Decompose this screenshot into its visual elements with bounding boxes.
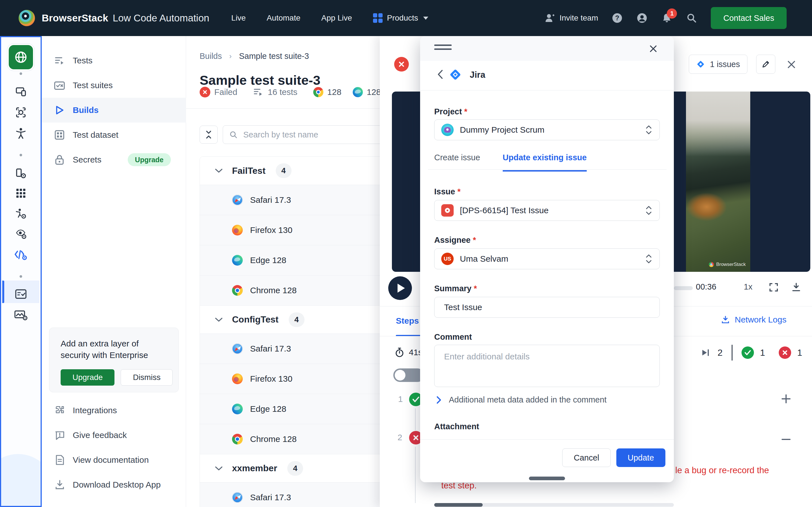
group-header-configtest[interactable]: ConfigTest 4 (200, 305, 397, 334)
assignee-avatar: US (441, 252, 454, 265)
close-icon (786, 59, 797, 70)
test-row-label: Safari 17.3 (250, 493, 291, 502)
rail-item-live[interactable] (15, 86, 27, 98)
tab-steps[interactable]: Steps (396, 316, 419, 326)
low-code-automation-app-icon[interactable] (9, 45, 33, 69)
zoom-in-button[interactable] (780, 393, 792, 404)
group-count-badge: 4 (289, 313, 305, 327)
collapse-all-button[interactable] (200, 126, 218, 144)
test-failed-close-button[interactable] (394, 57, 409, 71)
network-logs-link[interactable]: Network Logs (721, 315, 786, 325)
failed-count: 1 (797, 348, 802, 358)
test-row[interactable]: Firefox 130 (200, 363, 397, 394)
scan-bug-icon (15, 107, 27, 118)
assignee-select[interactable]: US Uma Selvam (434, 248, 660, 269)
sidebar-item-tests[interactable]: Tests (42, 48, 186, 73)
modal-back-button[interactable] (437, 69, 444, 80)
test-row[interactable]: Chrome 128 (200, 275, 397, 305)
nav-link-live[interactable]: Live (231, 13, 246, 22)
sidebar-link-view-documentation[interactable]: View documentation (42, 448, 186, 472)
project-select[interactable]: Dummy Project Scrum (434, 119, 660, 140)
play-button[interactable] (388, 276, 412, 300)
rail-item-test-management[interactable] (15, 288, 27, 300)
rail-item-visual-settings[interactable] (15, 228, 27, 240)
sidebar-link-integrations[interactable]: Integrations (42, 398, 186, 423)
browserstack-logo-icon[interactable] (18, 10, 35, 26)
plus-icon (780, 393, 792, 404)
jira-issue-type-icon (441, 204, 454, 217)
test-row[interactable]: Edge 128 (200, 394, 397, 424)
attachment-label: Attachment (434, 422, 479, 431)
tab-create-issue[interactable]: Create issue (434, 153, 480, 172)
modal-header-strip (420, 36, 674, 61)
zoom-out-button[interactable] (780, 434, 792, 445)
notifications-button[interactable]: 1 (661, 12, 672, 24)
breadcrumb-builds[interactable]: Builds (200, 52, 222, 61)
group-header-xxmember[interactable]: xxmember 4 (200, 454, 397, 482)
promo-dismiss-button[interactable]: Dismiss (121, 369, 172, 386)
issue-label: Issue* (434, 187, 460, 196)
issues-button[interactable]: 1 issues (689, 55, 748, 74)
edit-button[interactable] (756, 55, 775, 74)
brand-name[interactable]: BrowserStack (42, 12, 108, 24)
test-row-label: Safari 17.3 (250, 195, 291, 205)
test-row[interactable]: Edge 128 (200, 245, 397, 275)
modal-drag-handle[interactable] (434, 45, 452, 52)
promo-upgrade-button[interactable]: Upgrade (61, 369, 114, 386)
failed-status-icon (200, 87, 210, 98)
playback-speed-button[interactable]: 1x (744, 282, 753, 291)
download-video-button[interactable] (791, 282, 801, 292)
scrollbar-thumb[interactable] (434, 503, 483, 507)
test-row[interactable]: Firefox 130 (200, 215, 397, 245)
sidebar-item-builds[interactable]: Builds (42, 98, 186, 122)
rail-item-accessibility[interactable] (15, 127, 27, 139)
drawer-close-button[interactable] (786, 59, 797, 70)
comment-label: Comment (434, 332, 472, 342)
rail-item-low-code-active[interactable] (14, 249, 28, 260)
issue-select[interactable]: [DPS-66154] Test Issue (434, 200, 660, 221)
build-panel: Builds › Sample test suite-3 Sample test… (186, 36, 406, 507)
test-row[interactable]: Safari 17.3 (200, 185, 397, 215)
test-row-label: Chrome 128 (250, 286, 297, 295)
rail-item-all-products[interactable] (15, 187, 27, 199)
rail-item-automate[interactable] (15, 107, 27, 118)
products-menu[interactable]: Products (373, 13, 428, 23)
search-button[interactable] (686, 12, 697, 24)
app-root: BrowserStack Low Code Automation Live Au… (0, 0, 812, 507)
tab-update-existing-issue[interactable]: Update existing issue (503, 153, 587, 172)
update-button[interactable]: Update (616, 448, 665, 467)
summary-input[interactable] (434, 297, 660, 318)
sidebar-item-test-suites[interactable]: Test suites (42, 73, 186, 98)
horizontal-scrollbar[interactable] (434, 503, 674, 507)
comment-textarea[interactable] (434, 345, 660, 387)
contact-sales-button[interactable]: Contact Sales (711, 7, 786, 29)
nav-link-app-live[interactable]: App Live (321, 13, 352, 22)
rail-item-app-automate[interactable] (15, 167, 27, 179)
sidebar-link-give-feedback[interactable]: Give feedback (42, 423, 186, 448)
sidebar-item-test-dataset[interactable]: Test dataset (42, 122, 186, 147)
nav-link-automate[interactable]: Automate (267, 13, 301, 22)
account-button[interactable] (637, 12, 648, 24)
test-row[interactable]: Safari 17.3 (200, 334, 397, 363)
step-connector (415, 408, 416, 431)
rail-item-accessibility-settings[interactable] (15, 208, 27, 220)
upgrade-badge[interactable]: Upgrade (128, 153, 171, 166)
invite-team-button[interactable]: Invite team (545, 12, 598, 24)
modal-bottom-drag-pill[interactable] (529, 476, 565, 480)
steps-filter-toggle[interactable] (393, 369, 424, 382)
help-button[interactable]: ? (612, 12, 623, 24)
group-header-failtest[interactable]: FailTest 4 (200, 157, 397, 185)
meta-expander[interactable]: Additional meta data added in the commen… (436, 395, 606, 404)
video-frame-image: BrowserStack (686, 92, 750, 272)
rail-item-percy-settings[interactable] (14, 309, 28, 321)
cancel-button[interactable]: Cancel (562, 448, 611, 467)
sidebar-link-download-desktop-app[interactable]: Download Desktop App (42, 472, 186, 497)
sidebar-item-secrets[interactable]: Secrets Upgrade (42, 147, 186, 172)
test-row[interactable]: Chrome 128 (200, 424, 397, 454)
chrome-icon (232, 434, 243, 445)
test-row[interactable]: Safari 17.3 (200, 482, 397, 507)
products-label: Products (387, 13, 418, 22)
video-timeline[interactable] (674, 286, 693, 290)
fullscreen-button[interactable] (769, 282, 779, 292)
modal-close-button[interactable] (649, 44, 658, 54)
